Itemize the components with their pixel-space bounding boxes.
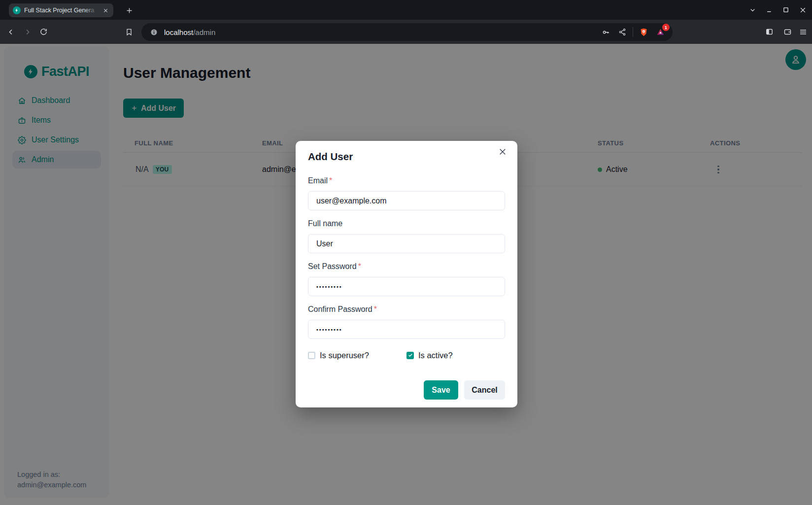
page-viewport: FastAPI Dashboard Items User Settings A	[0, 44, 812, 505]
fastapi-favicon-icon	[13, 6, 21, 14]
address-bar[interactable]: localhost/admin 1	[141, 23, 673, 41]
modal-close-icon[interactable]	[495, 144, 510, 159]
full-name-field[interactable]	[308, 234, 505, 253]
set-password-field[interactable]	[308, 277, 505, 296]
full-name-label: Full name	[308, 219, 505, 228]
tab-close-icon[interactable]	[102, 6, 109, 14]
required-mark: *	[374, 305, 377, 313]
close-window-icon[interactable]	[794, 1, 811, 18]
sidebar-panel-icon[interactable]	[761, 24, 777, 40]
brave-shields-icon[interactable]	[637, 26, 650, 38]
maximize-icon[interactable]	[778, 1, 794, 18]
new-tab-button[interactable]	[123, 4, 135, 16]
set-password-label: Set Password*	[308, 262, 505, 271]
modal-title: Add User	[308, 151, 505, 163]
tab-search-chevron-icon[interactable]	[744, 1, 761, 18]
email-field[interactable]	[308, 191, 505, 210]
required-mark: *	[329, 176, 332, 185]
browser-toolbar: localhost/admin 1	[0, 20, 812, 44]
minimize-icon[interactable]	[761, 1, 778, 18]
menu-hamburger-icon[interactable]	[795, 24, 811, 40]
is-superuser-group: Is superuser?	[308, 351, 406, 360]
confirm-password-field[interactable]	[308, 320, 505, 339]
is-superuser-label: Is superuser?	[320, 351, 369, 360]
is-active-group: Is active?	[406, 351, 453, 360]
back-icon[interactable]	[3, 24, 19, 40]
is-active-label: Is active?	[418, 351, 453, 360]
reload-icon[interactable]	[35, 24, 51, 40]
key-icon[interactable]	[599, 26, 612, 38]
url-path: /admin	[193, 28, 215, 36]
add-user-modal: Add User Email* Full name Set Password* …	[296, 141, 517, 407]
modal-actions: Save Cancel	[308, 380, 505, 400]
required-mark: *	[358, 262, 361, 270]
wallet-icon[interactable]	[779, 24, 795, 40]
bookmark-icon[interactable]	[121, 24, 137, 40]
browser-tab[interactable]: Full Stack Project Genera	[9, 3, 113, 17]
brave-rewards-icon[interactable]: 1	[654, 26, 667, 38]
is-superuser-checkbox[interactable]	[308, 352, 315, 359]
tab-bar: Full Stack Project Genera	[0, 0, 812, 20]
forward-icon[interactable]	[20, 24, 35, 40]
window-controls	[744, 0, 811, 20]
toolbar-divider	[633, 27, 633, 37]
is-active-checkbox[interactable]	[406, 352, 414, 359]
checkbox-row: Is superuser? Is active?	[308, 351, 505, 360]
browser-window: Full Stack Project Genera	[0, 0, 812, 505]
save-button[interactable]: Save	[424, 380, 458, 400]
rewards-count-badge: 1	[662, 24, 670, 31]
confirm-password-label: Confirm Password*	[308, 305, 505, 314]
check-icon	[408, 353, 413, 358]
share-icon[interactable]	[616, 26, 629, 38]
url-host: localhost	[164, 28, 193, 36]
site-info-icon[interactable]	[147, 26, 160, 38]
tab-title: Full Stack Project Genera	[24, 3, 98, 17]
cancel-button[interactable]: Cancel	[464, 380, 505, 400]
email-label: Email*	[308, 176, 505, 185]
url-text: localhost/admin	[164, 28, 595, 36]
